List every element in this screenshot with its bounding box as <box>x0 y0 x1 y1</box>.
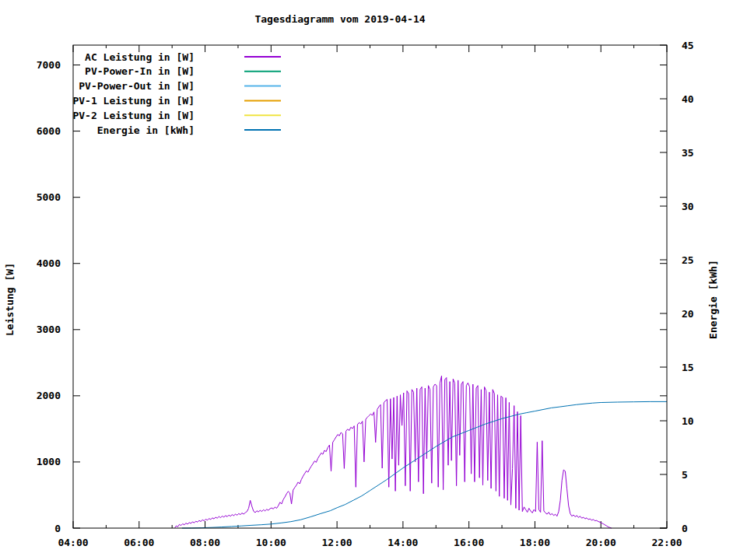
y1-tick-label: 6000 <box>37 125 61 137</box>
chart-title: Tagesdiagramm vom 2019-04-14 <box>254 13 425 25</box>
x-axis-tick-label: 22:00 <box>651 537 682 548</box>
x-axis-tick-label: 12:00 <box>322 537 352 548</box>
legend-item: PV-Power-Out in [W] <box>79 80 281 92</box>
x-axis-tick-label: 08:00 <box>190 537 220 548</box>
y2-tick-label: 45 <box>682 40 694 51</box>
x-axis-tick-label: 14:00 <box>388 537 418 548</box>
y2-axis-label: Energie [kWh] <box>707 260 719 339</box>
y2-tick-label: 40 <box>682 93 694 105</box>
legend-item: PV-Power-In in [W] <box>85 65 281 77</box>
y2-tick-label: 30 <box>682 201 694 212</box>
x-axis-tick-label: 16:00 <box>454 537 484 548</box>
y2-tick-label: 10 <box>682 415 694 427</box>
legend-item: PV-2 Leistung in [W] <box>72 110 281 121</box>
legend: AC Leistung in [W]PV-Power-In in [W]PV-P… <box>72 51 281 136</box>
data-series <box>175 376 667 528</box>
y2-tick-label: 15 <box>682 362 694 373</box>
chart-canvas: Tagesdiagramm vom 2019-04-14 Leistung [W… <box>0 0 747 560</box>
y1-tick-label: 0 <box>54 523 61 534</box>
legend-item: Energie in [kWh] <box>97 124 281 136</box>
y1-tick-label: 4000 <box>37 257 61 269</box>
y2-tick-label: 0 <box>682 523 688 534</box>
legend-label: PV-2 Leistung in [W] <box>72 110 195 121</box>
series-ac-leistung-in-w <box>175 376 612 528</box>
legend-label: PV-1 Leistung in [W] <box>72 95 195 107</box>
x-axis-tick-label: 18:00 <box>520 537 550 548</box>
x-axis-tick-label: 20:00 <box>586 537 616 548</box>
legend-item: AC Leistung in [W] <box>85 51 281 63</box>
legend-label: Energie in [kWh] <box>97 124 195 136</box>
y2-tick-label: 25 <box>682 254 694 266</box>
x-axis-tick-label: 06:00 <box>124 537 154 548</box>
y1-tick-label: 7000 <box>37 59 61 71</box>
y1-tick-label: 5000 <box>37 191 61 203</box>
y1-tick-label: 1000 <box>37 456 61 467</box>
x-axis-tick-label: 04:00 <box>58 537 88 548</box>
legend-label: PV-Power-In in [W] <box>85 65 195 77</box>
y1-axis-label: Leistung [W] <box>4 263 16 336</box>
y2-tick-label: 5 <box>682 469 688 481</box>
y1-tick-label: 2000 <box>37 390 61 401</box>
legend-item: PV-1 Leistung in [W] <box>72 95 281 107</box>
legend-label: PV-Power-Out in [W] <box>79 80 195 92</box>
y2-tick-label: 20 <box>682 308 694 320</box>
y1-tick-label: 3000 <box>37 324 61 335</box>
x-axis-tick-label: 10:00 <box>256 537 286 548</box>
tagesdiagramm-chart: Tagesdiagramm vom 2019-04-14 Leistung [W… <box>0 0 747 560</box>
legend-label: AC Leistung in [W] <box>85 51 195 63</box>
y2-tick-label: 35 <box>682 147 694 159</box>
